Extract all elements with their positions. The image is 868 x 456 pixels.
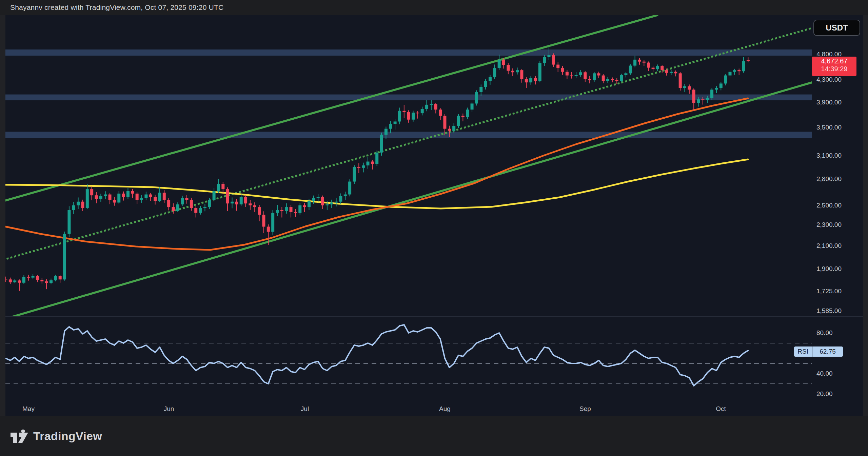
candle-body: [158, 193, 161, 201]
candle-body: [32, 276, 35, 277]
candle-body: [50, 280, 53, 283]
tradingview-logo-icon[interactable]: [10, 430, 28, 443]
candle-body: [59, 276, 62, 279]
candle-body: [534, 78, 537, 81]
candle-body: [308, 201, 311, 207]
candle-body: [457, 116, 460, 126]
candle-body: [543, 57, 546, 63]
candle-body: [674, 72, 677, 74]
candle-body: [443, 116, 446, 128]
candle-body: [434, 104, 437, 110]
price-axis-label: 3,500.00: [816, 124, 842, 131]
candle-body: [688, 86, 691, 90]
candle-body: [271, 213, 274, 232]
candle-body: [421, 109, 424, 113]
candle-body: [40, 280, 43, 281]
rsi-value-badge: 62.75: [812, 346, 843, 357]
candle-body: [140, 198, 143, 200]
candle-body: [416, 113, 419, 113]
price-chart-canvas[interactable]: [0, 0, 868, 456]
candle-body: [724, 76, 727, 84]
candle-body: [715, 88, 718, 90]
candle-body: [439, 110, 442, 116]
last-price-badge: 4,672.67 14:39:29: [812, 57, 856, 76]
candle-body: [747, 60, 750, 61]
candle-body: [588, 79, 591, 80]
candle-body: [570, 76, 573, 76]
candle-body: [244, 197, 247, 203]
candle-body: [290, 207, 293, 212]
candle-body: [86, 189, 89, 208]
candle-body: [353, 167, 356, 182]
candle-body: [498, 60, 501, 68]
candle-body: [660, 66, 664, 70]
candle-body: [502, 60, 505, 65]
rsi-axis-label: 80.00: [816, 329, 833, 337]
candle-body: [235, 202, 238, 204]
candle-body: [240, 197, 243, 204]
candle-body: [525, 79, 528, 83]
candle-body: [81, 202, 84, 208]
candle-body: [303, 205, 306, 207]
candle-body: [249, 203, 252, 205]
candle-body: [719, 83, 723, 88]
candle-body: [321, 197, 324, 205]
candle-body: [317, 197, 320, 198]
candle-body: [656, 66, 659, 69]
candle-body: [602, 76, 605, 81]
candle-body: [561, 68, 564, 72]
rsi-indicator-label: RSI: [794, 346, 812, 357]
candle-body: [267, 226, 270, 232]
price-axis-label: 3,900.00: [816, 99, 842, 106]
candle-body: [312, 198, 315, 201]
candle-body: [566, 72, 569, 76]
price-axis-label: 2,300.00: [816, 221, 842, 229]
month-label-jun: Jun: [155, 405, 182, 413]
month-label-may: May: [15, 405, 42, 413]
candle-body: [126, 191, 130, 197]
tradingview-wordmark[interactable]: TradingView: [33, 430, 102, 443]
candle-body: [22, 277, 25, 283]
candle-body: [412, 113, 415, 119]
price-axis-label: 1,585.00: [816, 307, 842, 315]
candle-body: [516, 70, 519, 72]
candle-body: [606, 79, 609, 81]
candle-body: [584, 72, 587, 79]
candle-body: [375, 153, 378, 164]
candle-body: [575, 75, 578, 76]
price-axis-label: 2,500.00: [816, 202, 842, 209]
candle-body: [99, 196, 102, 199]
candle-body: [593, 73, 596, 80]
candle-body: [679, 73, 682, 88]
tradingview-screenshot: Shayannv created with TradingView.com, O…: [0, 0, 868, 456]
candle-body: [144, 195, 147, 198]
candle-body: [113, 200, 116, 202]
candle-body: [548, 55, 551, 57]
candle-body: [122, 194, 125, 197]
candle-body: [611, 79, 614, 80]
candle-body: [95, 195, 98, 199]
candle-body: [737, 70, 741, 71]
sr-zone-support-3400: [5, 132, 812, 138]
candle-body: [697, 99, 700, 103]
price-axis-label: 4,300.00: [816, 76, 842, 83]
candle-body: [344, 195, 347, 196]
candle-body: [579, 72, 582, 75]
candle-body: [701, 99, 704, 100]
price-axis-label: 1,725.00: [816, 288, 842, 295]
candle-body: [67, 210, 71, 234]
last-price-value: 4,672.67: [812, 57, 856, 65]
candle-body: [452, 126, 455, 131]
candle-body: [357, 167, 360, 168]
candle-body: [253, 205, 256, 207]
price-axis-label: 1,900.00: [816, 265, 842, 273]
candle-body: [298, 205, 301, 213]
candle-body: [652, 68, 655, 70]
candle-body: [208, 200, 211, 207]
candle-body: [13, 280, 16, 282]
candle-body: [280, 210, 283, 211]
candle-body: [471, 103, 474, 110]
candle-body: [104, 195, 107, 196]
candle-body: [389, 124, 392, 129]
currency-toggle-button[interactable]: USDT: [813, 20, 860, 36]
